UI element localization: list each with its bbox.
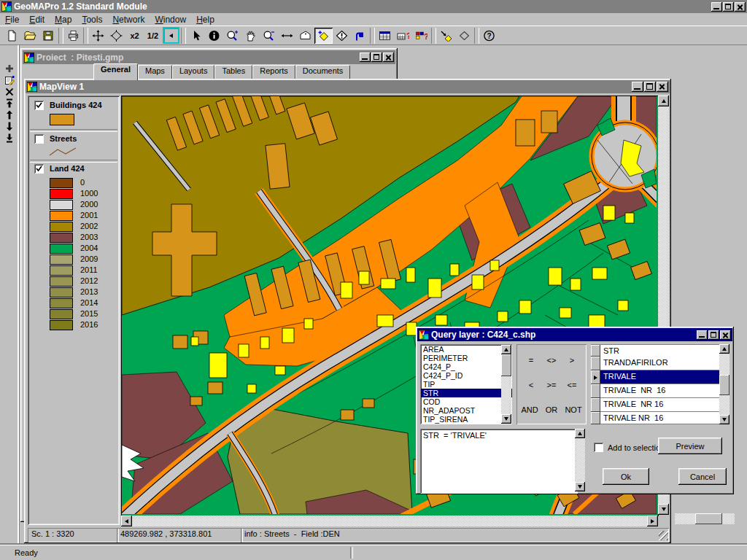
fields-scroll-down-button[interactable] — [501, 414, 511, 424]
toolbar-table-query-button[interactable]: ? — [394, 28, 412, 44]
field-item[interactable]: C424_P_ID — [421, 371, 512, 380]
operator-ne[interactable]: <> — [543, 356, 560, 365]
layer-move-up-button[interactable] — [1, 109, 18, 120]
legend-buildings-checkbox[interactable] — [34, 101, 44, 110]
query-close-button[interactable] — [720, 330, 731, 340]
tab-documents[interactable]: Documents — [295, 65, 351, 80]
menu-map[interactable]: Map — [50, 13, 77, 26]
tab-general[interactable]: General — [93, 63, 138, 80]
operator-lt[interactable]: < — [522, 381, 540, 389]
project-titlebar[interactable]: Proiect : Pitesti.gmp — [23, 50, 395, 64]
value-cell[interactable]: TRIVALE NR 16 — [600, 398, 719, 412]
value-cell[interactable]: TRIVALE NR 16 — [600, 384, 719, 398]
map-hscroll-left-button[interactable] — [121, 516, 132, 526]
project-maximize-button[interactable] — [371, 52, 382, 62]
query-maximize-button[interactable] — [708, 330, 719, 340]
map-hscroll-right-button[interactable] — [647, 516, 658, 526]
menu-network[interactable]: Network — [107, 13, 150, 26]
menu-edit[interactable]: Edit — [24, 13, 50, 26]
operator-ge[interactable]: >= — [543, 381, 560, 389]
mapview-titlebar[interactable]: MapView 1 — [26, 80, 670, 93]
field-item[interactable]: COD — [421, 397, 512, 406]
menu-help[interactable]: Help — [191, 13, 220, 26]
toolbar-pointer-button[interactable] — [187, 28, 205, 44]
layer-properties-button[interactable] — [1, 74, 18, 85]
tab-reports[interactable]: Reports — [252, 65, 295, 80]
map-vscroll-up-button[interactable] — [658, 96, 669, 106]
operator-le[interactable]: <= — [563, 381, 581, 389]
project-close-button[interactable] — [383, 52, 394, 62]
toolbar-zoom-x2-button[interactable]: x2 — [125, 28, 144, 44]
value-cell[interactable]: TRANDAFIRILOR — [600, 357, 719, 370]
query-titlebar[interactable]: Query layer : C424_c.shp — [417, 328, 732, 341]
close-button[interactable] — [735, 2, 746, 12]
preview-button[interactable]: Preview — [658, 438, 722, 454]
legend-streets-checkbox[interactable] — [34, 134, 44, 144]
toolbar-zoom-out-button[interactable] — [260, 28, 278, 44]
toolbar-pan-button[interactable] — [241, 28, 260, 44]
value-cell-selected[interactable]: TRIVALE — [600, 370, 719, 384]
operator-or[interactable]: OR — [541, 405, 562, 414]
mapview-close-button[interactable] — [657, 82, 668, 92]
project-hscrollbar-fragment[interactable] — [675, 513, 735, 524]
toolbar-legend-query-button[interactable]: ? — [412, 28, 430, 44]
expression-scroll-up-button[interactable] — [575, 429, 585, 438]
menu-file[interactable]: File — [0, 13, 24, 26]
layer-to-bottom-button[interactable] — [1, 133, 18, 144]
query-minimize-button[interactable] — [697, 330, 708, 340]
operator-gt[interactable]: > — [563, 356, 581, 365]
menu-tools[interactable]: Tools — [77, 13, 107, 26]
grid-row-header[interactable] — [591, 357, 600, 370]
values-scrollbar-thumb[interactable] — [719, 375, 729, 395]
toolbar-save-button[interactable] — [39, 28, 58, 44]
layer-add-button[interactable] — [1, 63, 18, 74]
app-titlebar[interactable]: GeoMAPro 1.2 Standard Module — [0, 0, 747, 13]
layer-move-down-button[interactable] — [1, 121, 18, 132]
grid-row-header[interactable] — [591, 398, 600, 412]
field-item[interactable]: TIP_SIRENA — [421, 415, 512, 424]
query-expression-scrollbar[interactable] — [575, 429, 585, 491]
grid-row-header[interactable] — [591, 384, 600, 398]
map-hscrollbar[interactable] — [121, 516, 658, 526]
fields-scroll-up-button[interactable] — [501, 345, 511, 354]
cancel-button[interactable]: Cancel — [678, 468, 727, 485]
query-fields-list[interactable]: AREA PERIMETER C424_P_ C424_P_ID TIP STR… — [420, 344, 512, 424]
values-scroll-up-button[interactable] — [719, 344, 729, 354]
field-item[interactable]: PERIMETER — [421, 354, 512, 362]
field-item-selected[interactable]: STR — [421, 389, 512, 397]
toolbar-pan-extent-button[interactable] — [89, 28, 107, 44]
toolbar-info-button[interactable] — [205, 28, 223, 44]
resize-grip[interactable] — [659, 531, 668, 540]
value-cell[interactable]: TRIVALE NR 16 — [600, 412, 719, 424]
toolbar-query-builder-button[interactable] — [437, 28, 455, 44]
layer-to-top-button[interactable] — [1, 98, 18, 109]
tab-maps[interactable]: Maps — [138, 65, 172, 80]
query-values-grid[interactable]: STR TRANDAFIRILOR TRIVALE TRIVALE NR 16 … — [591, 344, 729, 424]
expression-scroll-down-button[interactable] — [575, 482, 585, 491]
operator-not[interactable]: NOT — [562, 405, 585, 414]
toolbar-new-button[interactable] — [3, 28, 21, 44]
fields-scrollbar[interactable] — [501, 345, 511, 424]
minimize-button[interactable] — [711, 2, 722, 12]
values-scroll-down-button[interactable] — [719, 415, 729, 424]
field-item[interactable]: NR_ADAPOST — [421, 406, 512, 415]
field-item[interactable]: AREA — [421, 345, 512, 354]
toolbar-print-button[interactable] — [64, 28, 82, 44]
grid-row-header[interactable] — [591, 412, 600, 424]
toolbar-clear-selection-button[interactable] — [455, 28, 473, 44]
toolbar-select-button[interactable] — [314, 28, 333, 44]
fields-scrollbar-thumb[interactable] — [501, 354, 511, 376]
menu-window[interactable]: Window — [150, 13, 191, 26]
toolbar-alert-button[interactable] — [333, 28, 351, 44]
toolbar-zoom-half-button[interactable]: 1/2 — [144, 28, 162, 44]
project-hscrollbar-thumb[interactable] — [695, 513, 722, 524]
project-minimize-button[interactable] — [360, 52, 371, 62]
grid-row-header-current[interactable] — [591, 370, 600, 384]
operator-and[interactable]: AND — [518, 405, 541, 414]
field-item[interactable]: TIP — [421, 380, 512, 389]
toolbar-table-button[interactable] — [376, 28, 394, 44]
toolbar-label-button[interactable] — [296, 28, 314, 44]
toolbar-flag-button[interactable] — [351, 28, 369, 44]
add-to-selection-checkbox[interactable] — [594, 443, 603, 452]
operator-eq[interactable]: = — [522, 356, 540, 365]
